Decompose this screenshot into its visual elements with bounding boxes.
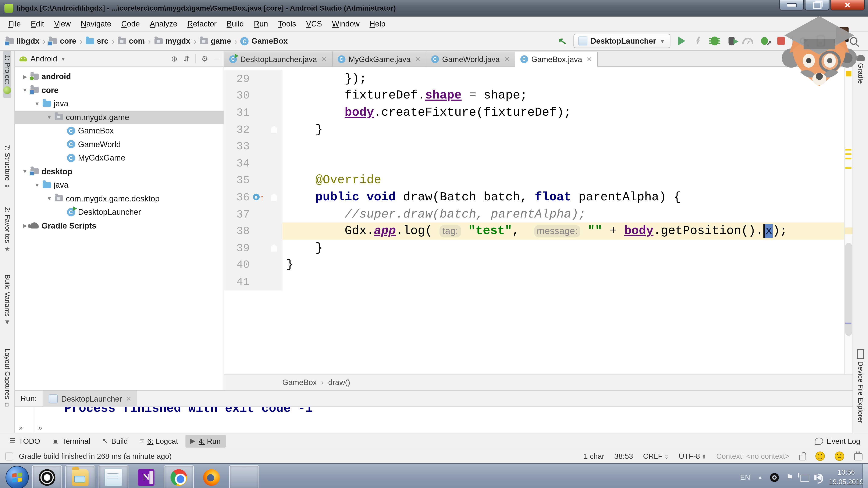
- code-line-40[interactable]: 40}: [224, 257, 845, 273]
- tree-item-gameworld[interactable]: CGameWorld: [15, 137, 224, 151]
- run-tab-desktoplauncher[interactable]: DesktopLauncher ✕: [42, 391, 137, 406]
- code-text[interactable]: }: [282, 257, 845, 273]
- action-center-flag-icon[interactable]: ⚑: [786, 472, 794, 482]
- code-text[interactable]: }: [282, 239, 845, 257]
- taskbar-clock[interactable]: 13:56 19.05.2019: [829, 468, 864, 487]
- code-line-32[interactable]: 32 }: [224, 121, 845, 138]
- line-separator-select[interactable]: CRLF⇕: [643, 452, 669, 460]
- tree-item-com-mygdx-game-desktop[interactable]: ▼com.mygdx.game.desktop: [15, 192, 224, 205]
- sync-gradle-icon[interactable]: ⟳: [798, 35, 809, 46]
- menu-tools[interactable]: Tools: [273, 18, 301, 30]
- overrides-method-icon[interactable]: [253, 194, 259, 200]
- tree-item-java[interactable]: ▼java: [15, 178, 224, 192]
- tree-item-gamebox[interactable]: CGameBox: [15, 124, 224, 137]
- debug-button[interactable]: [709, 35, 720, 46]
- taskbar-app-onenote[interactable]: N: [132, 465, 161, 488]
- tree-collapsed-chevron[interactable]: ▶: [21, 73, 29, 79]
- code-line-31[interactable]: 31 body.createFixture(fixtureDef);: [224, 104, 845, 121]
- tree-item-gradle-scripts[interactable]: ▶Gradle Scripts: [15, 219, 224, 232]
- menu-edit[interactable]: Edit: [26, 18, 49, 30]
- tool-window-switcher-icon[interactable]: [5, 452, 13, 460]
- tool-strip-tab-7-structure[interactable]: 7: Structure▪▪: [3, 141, 11, 193]
- breadcrumb-libgdx[interactable]: libgdx: [4, 36, 40, 45]
- breadcrumb-mygdx[interactable]: mygdx: [153, 36, 192, 45]
- profiler-icon[interactable]: [742, 35, 753, 46]
- expand-icon[interactable]: »: [38, 423, 42, 431]
- code-text[interactable]: public void draw(Batch batch, float pare…: [282, 189, 845, 206]
- code-line-39[interactable]: 39 }: [224, 239, 845, 257]
- minimize-button[interactable]: [779, 0, 804, 10]
- scrollbar-thumb[interactable]: [845, 243, 852, 336]
- hidden-icons-chevron[interactable]: ▲: [757, 474, 763, 480]
- taskbar-app-notepad[interactable]: [98, 465, 128, 488]
- locate-file-icon[interactable]: ⊕: [171, 54, 178, 63]
- breadcrumb-game[interactable]: game: [198, 36, 232, 45]
- close-icon[interactable]: ✕: [126, 395, 131, 403]
- avd-manager-icon[interactable]: [815, 35, 826, 46]
- code-text[interactable]: }: [282, 121, 845, 138]
- error-stripe[interactable]: [844, 67, 852, 374]
- context-indicator[interactable]: Context: <no context>: [716, 452, 789, 460]
- run-with-coverage-icon[interactable]: [726, 35, 737, 46]
- tool-window-button-run[interactable]: ▶4: Run: [185, 435, 226, 447]
- tree-expanded-chevron[interactable]: ▼: [21, 87, 29, 93]
- apply-changes-icon[interactable]: [692, 35, 704, 46]
- tree-item-java[interactable]: ▼java: [15, 97, 224, 110]
- tree-item-com-mygdx-game[interactable]: ▼com.mygdx.game: [15, 110, 224, 124]
- tool-strip-tab-2-favorites[interactable]: 2: Favorites★: [3, 203, 11, 256]
- caret-position[interactable]: 38:53: [614, 452, 633, 460]
- code-text[interactable]: [282, 273, 845, 290]
- menu-run[interactable]: Run: [249, 18, 273, 30]
- close-tab-icon[interactable]: ✕: [586, 55, 592, 63]
- menu-help[interactable]: Help: [365, 18, 390, 30]
- tool-strip-tab-1-project[interactable]: 1: Project: [3, 51, 11, 98]
- close-tab-icon[interactable]: ✕: [503, 55, 510, 63]
- volume-icon[interactable]: [817, 474, 822, 480]
- breadcrumb-method[interactable]: draw(): [328, 378, 350, 387]
- code-text[interactable]: fixtureDef.shape = shape;: [282, 87, 845, 104]
- tree-expanded-chevron[interactable]: ▼: [21, 168, 29, 174]
- run-button[interactable]: [676, 35, 687, 46]
- show-desktop-button[interactable]: [863, 464, 868, 488]
- menu-refactor[interactable]: Refactor: [182, 18, 221, 30]
- taskbar-app-chrome[interactable]: [164, 465, 194, 488]
- hide-panel-icon[interactable]: ─: [214, 54, 219, 63]
- code-line-41[interactable]: 41: [224, 273, 845, 290]
- event-log-button[interactable]: Event Log: [815, 437, 864, 445]
- code-text[interactable]: [282, 155, 845, 172]
- project-view-selector[interactable]: Android: [31, 54, 57, 63]
- stop-button[interactable]: [776, 35, 786, 46]
- code-text[interactable]: body.createFixture(fixtureDef);: [282, 104, 845, 121]
- fold-handle-icon[interactable]: [271, 193, 277, 201]
- status-message[interactable]: Gradle build finished in 268 ms (a minut…: [19, 452, 172, 460]
- start-button[interactable]: [5, 465, 29, 488]
- menu-vcs[interactable]: VCS: [301, 18, 327, 30]
- collapse-all-icon[interactable]: ⇵: [183, 54, 190, 63]
- tool-window-button-build[interactable]: ↖Build: [97, 435, 133, 447]
- tree-item-core[interactable]: ▼core: [15, 83, 224, 97]
- tree-item-desktop[interactable]: ▼desktop: [15, 165, 224, 178]
- tool-strip-tab-device-file-explorer[interactable]: Device File Explorer: [857, 345, 864, 427]
- menu-build[interactable]: Build: [222, 18, 249, 30]
- tool-window-button-todo[interactable]: ☰TODO: [4, 435, 45, 447]
- menu-view[interactable]: View: [49, 18, 76, 30]
- tree-expanded-chevron[interactable]: ▼: [45, 195, 54, 202]
- code-text[interactable]: Gdx.app.log( tag: "test", message: "" + …: [282, 223, 845, 239]
- code-line-37[interactable]: 37 //super.draw(batch, parentAlpha);: [224, 206, 845, 223]
- sad-feedback-icon[interactable]: [835, 452, 844, 461]
- happy-feedback-icon[interactable]: [815, 452, 825, 461]
- tree-item-mygdxgame[interactable]: CMyGdxGame: [15, 151, 224, 165]
- menu-window[interactable]: Window: [327, 18, 365, 30]
- tree-expanded-chevron[interactable]: ▼: [45, 114, 54, 120]
- code-line-35[interactable]: 35 @Override: [224, 172, 845, 189]
- tool-window-button-logcat[interactable]: ≡6: Logcat: [135, 435, 183, 447]
- code-line-36[interactable]: 36↑ public void draw(Batch batch, float …: [224, 189, 845, 206]
- override-arrow-icon[interactable]: ↑: [260, 193, 264, 201]
- run-console-output[interactable]: Process finished with exit code -1: [51, 407, 852, 433]
- taskbar-app-explorer[interactable]: [65, 465, 95, 488]
- code-line-29[interactable]: 29 });: [224, 70, 845, 87]
- tree-expanded-chevron[interactable]: ▼: [33, 101, 41, 107]
- editor-tab-gamebox.java[interactable]: CGameBox.java✕: [515, 52, 598, 67]
- code-line-30[interactable]: 30 fixtureDef.shape = shape;: [224, 87, 845, 104]
- network-icon[interactable]: [801, 475, 809, 482]
